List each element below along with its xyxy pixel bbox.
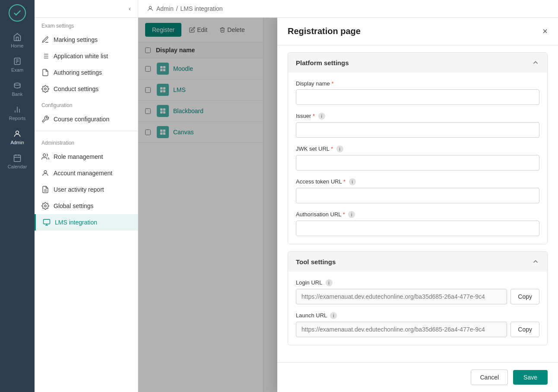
modal-title: Registration page — [288, 26, 361, 36]
svg-point-19 — [44, 88, 47, 90]
modal-header: Registration page × — [277, 18, 558, 45]
sidebar: ‹ Exam settings Marking settings Applica… — [35, 0, 138, 392]
modal-overlay: Registration page × Platform settings — [138, 18, 558, 392]
info-icon-launch-url: i — [330, 312, 337, 319]
input-display-name[interactable] — [296, 89, 539, 105]
svg-rect-9 — [14, 155, 21, 161]
breadcrumb: Admin / LMS integration — [138, 0, 558, 18]
breadcrumb-admin: Admin — [156, 5, 174, 12]
info-icon-access-token: i — [349, 178, 356, 185]
sidebar-item-course[interactable]: Course configuration — [35, 111, 138, 127]
input-jwk[interactable] — [296, 155, 539, 171]
svg-point-24 — [44, 205, 47, 207]
main-area: Admin / LMS integration Register Edit — [138, 0, 558, 392]
form-group-issuer: Issuer * i — [296, 113, 539, 138]
nav-label-exam: Exam — [11, 67, 23, 73]
form-group-jwk: JWK set URL * i — [296, 145, 539, 171]
save-button[interactable]: Save — [513, 370, 548, 385]
form-group-display-name: Display name * — [296, 80, 539, 105]
tool-settings-label: Tool settings — [296, 258, 336, 266]
modal-footer: Cancel Save — [277, 362, 558, 392]
platform-settings-section: Platform settings Display name * — [288, 52, 548, 244]
sidebar-item-conduct[interactable]: Conduct settings — [35, 81, 138, 97]
tool-settings-header[interactable]: Tool settings — [288, 252, 547, 272]
tool-settings-section: Tool settings Login URL i — [288, 251, 548, 345]
req-display-name: * — [331, 80, 333, 87]
label-launch-url: Launch URL i — [296, 312, 539, 319]
content-wrapper: Register Edit Delete — [138, 18, 558, 392]
sidebar-section-admin: Administration — [35, 135, 138, 149]
info-icon-auth-url: i — [348, 211, 355, 218]
nav-label-home: Home — [11, 43, 23, 48]
svg-rect-25 — [44, 219, 50, 224]
sidebar-item-authoring[interactable]: Authoring settings — [35, 64, 138, 81]
cancel-button[interactable]: Cancel — [471, 370, 508, 385]
input-login-url[interactable] — [296, 289, 507, 304]
info-icon-login-url: i — [326, 279, 333, 286]
modal-panel: Registration page × Platform settings — [277, 18, 558, 392]
label-jwk: JWK set URL * i — [296, 145, 539, 152]
label-issuer: Issuer * i — [296, 113, 539, 120]
sidebar-divider — [35, 131, 138, 131]
nav-item-reports[interactable]: Reports — [0, 101, 35, 125]
nav-item-exam[interactable]: Exam — [0, 53, 35, 77]
sidebar-item-label-conduct: Conduct settings — [54, 85, 98, 92]
breadcrumb-current: LMS integration — [181, 5, 223, 12]
nav-label-reports: Reports — [9, 116, 26, 121]
label-login-url: Login URL i — [296, 279, 539, 286]
copy-launch-url-button[interactable]: Copy — [510, 322, 539, 337]
sidebar-item-label-account: Account management — [54, 170, 112, 177]
platform-settings-label: Platform settings — [296, 59, 349, 66]
nav-label-calendar: Calendar — [8, 164, 27, 169]
modal-close-button[interactable]: × — [542, 26, 548, 36]
nav-label-admin: Admin — [10, 140, 24, 145]
breadcrumb-separator: / — [176, 5, 178, 12]
nav-item-calendar[interactable]: Calendar — [0, 149, 35, 174]
form-group-access-token: Access token URL * i — [296, 178, 539, 203]
tool-settings-body: Login URL i Copy Launch URL — [288, 272, 547, 345]
sidebar-section-config: Configuration — [35, 97, 138, 111]
sidebar-item-marking[interactable]: Marking settings — [35, 32, 138, 48]
sidebar-item-label-global: Global settings — [54, 202, 94, 209]
platform-settings-body: Display name * Issuer * i — [288, 73, 547, 244]
sidebar-section-exam: Exam settings — [35, 18, 138, 32]
sidebar-item-label-lms: LMS integration — [55, 219, 97, 226]
sidebar-item-whitelist[interactable]: Application white list — [35, 48, 138, 64]
info-icon-issuer: i — [318, 113, 325, 120]
input-launch-url[interactable] — [296, 322, 507, 337]
copy-login-url-button[interactable]: Copy — [510, 289, 539, 304]
sidebar-item-role[interactable]: Role management — [35, 149, 138, 165]
svg-point-8 — [16, 131, 19, 134]
sidebar-item-global[interactable]: Global settings — [35, 198, 138, 214]
input-access-token[interactable] — [296, 188, 539, 203]
info-icon-jwk: i — [336, 145, 343, 152]
modal-body: Platform settings Display name * — [277, 45, 558, 362]
svg-point-21 — [44, 171, 47, 173]
label-access-token: Access token URL * i — [296, 178, 539, 185]
platform-settings-header[interactable]: Platform settings — [288, 53, 547, 73]
sidebar-item-label-marking: Marking settings — [54, 36, 98, 43]
label-display-name: Display name * — [296, 80, 539, 87]
sidebar-item-account[interactable]: Account management — [35, 165, 138, 181]
label-auth-url: Authorisation URL * i — [296, 211, 539, 218]
app-logo — [9, 4, 26, 22]
svg-point-28 — [149, 6, 151, 9]
sidebar-item-lms[interactable]: LMS integration — [35, 214, 138, 231]
sidebar-item-label-course: Course configuration — [54, 116, 109, 123]
form-group-login-url: Login URL i Copy — [296, 279, 539, 304]
login-url-row: Copy — [296, 289, 539, 304]
sidebar-toggle[interactable]: ‹ — [129, 5, 131, 12]
input-issuer[interactable] — [296, 122, 539, 138]
svg-point-20 — [43, 154, 46, 156]
nav-item-bank[interactable]: Bank — [0, 77, 35, 101]
form-group-auth-url: Authorisation URL * i — [296, 211, 539, 236]
sidebar-item-activity[interactable]: User activity report — [35, 181, 138, 198]
launch-url-row: Copy — [296, 322, 539, 337]
left-nav: Home Exam Bank Reports Admin — [0, 0, 35, 392]
sidebar-item-label-role: Role management — [54, 153, 103, 160]
nav-item-home[interactable]: Home — [0, 28, 35, 53]
input-auth-url[interactable] — [296, 221, 539, 236]
svg-point-4 — [14, 83, 20, 85]
sidebar-header: ‹ — [35, 0, 138, 18]
nav-item-admin[interactable]: Admin — [0, 125, 35, 149]
